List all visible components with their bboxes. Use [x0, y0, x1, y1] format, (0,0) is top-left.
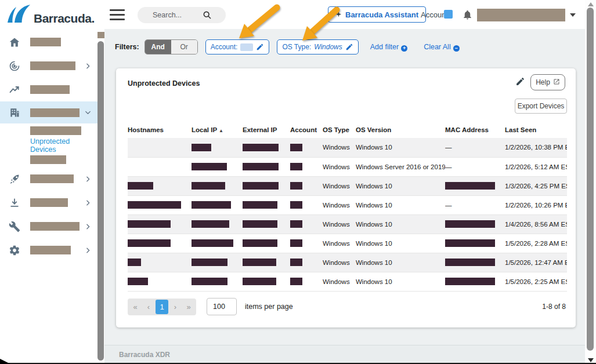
column-header-mac-address[interactable]: MAC Address [445, 122, 505, 138]
cell-mac-address: — [445, 138, 505, 157]
sidebar-item-0[interactable] [0, 30, 97, 54]
previous-page-button[interactable]: ‹ [142, 300, 155, 314]
redacted-cell [192, 182, 225, 190]
scroll-up-arrow-icon[interactable] [588, 2, 594, 6]
column-header-os-type[interactable]: OS Type [323, 122, 356, 138]
cell-local-ip [192, 272, 243, 291]
redacted-cell [445, 239, 495, 247]
redacted-cell [128, 278, 148, 285]
column-header-local-ip[interactable]: Local IP▲ [192, 122, 243, 138]
cell-os-type: Windows [323, 214, 356, 234]
sidebar-item-8[interactable] [0, 191, 97, 214]
sidebar-item-9[interactable] [0, 214, 97, 238]
items-per-page-input[interactable] [207, 298, 237, 315]
table-row: WindowsWindows 101/5/2026, 12:47 AM EST [128, 253, 567, 272]
redacted-cell [445, 182, 495, 190]
page-1-button[interactable]: 1 [156, 300, 168, 314]
redacted-cell [243, 182, 279, 190]
redacted-cell [290, 182, 302, 190]
chevron-right-icon [84, 62, 92, 70]
page-scrollbar[interactable] [585, 0, 596, 364]
last-page-button[interactable]: » [182, 300, 195, 314]
column-header-hostnames[interactable]: Hostnames [128, 122, 192, 138]
account-value-redacted[interactable] [444, 10, 453, 19]
cell-last-seen: 1/4/2026, 8:56 AM EST [505, 214, 567, 234]
add-filter-button[interactable]: Add filter + [370, 43, 407, 52]
first-page-button[interactable]: « [129, 300, 142, 314]
notifications-bell-icon[interactable] [462, 9, 473, 23]
cell-external-ip [243, 195, 290, 214]
redacted-cell [192, 144, 211, 151]
sidebar-item-1[interactable] [0, 54, 97, 78]
external-link-icon [553, 78, 560, 87]
column-header-account[interactable]: Account [290, 122, 323, 138]
search-input[interactable]: Search... [138, 7, 226, 23]
column-label: Local IP [192, 126, 217, 133]
edit-pencil-icon[interactable] [256, 43, 264, 51]
column-label: Hostnames [128, 126, 164, 133]
sidebar-item-7[interactable] [0, 167, 97, 191]
sidebar-sub-item[interactable] [0, 123, 97, 138]
cell-last-seen: 1/2/2026, 5:12 AM EST [505, 157, 567, 176]
help-button[interactable]: Help [530, 74, 565, 90]
edit-pencil-icon[interactable] [515, 77, 525, 89]
sidebar-scrollbar-thumb[interactable] [97, 41, 104, 361]
column-header-os-version[interactable]: OS Version [356, 122, 445, 138]
sidebar-item-3[interactable] [0, 101, 97, 123]
cell-last-seen: 1/3/2026, 4:25 PM EST [505, 176, 567, 195]
chevron-down-icon [84, 109, 92, 117]
chevron-right-icon [84, 246, 92, 254]
cell-account [290, 214, 323, 234]
cell-account [290, 195, 323, 214]
cell-account [290, 176, 323, 195]
cell-last-seen: 1/5/2026, 12:47 AM EST [505, 253, 567, 272]
column-label: Account [290, 126, 317, 133]
cell-external-ip [243, 234, 290, 253]
sidebar-scrollbar[interactable] [97, 29, 104, 364]
redacted-block [97, 32, 104, 38]
cell-os-version: Windows 10 [356, 234, 445, 253]
sidebar-sub-item-unprotected-devices[interactable]: Unprotected Devices [0, 138, 97, 152]
column-header-external-ip[interactable]: External IP [243, 122, 290, 138]
cell-external-ip [243, 176, 290, 195]
next-page-button[interactable]: › [169, 300, 182, 314]
barracuda-assistant-button[interactable]: Barracuda Assistant [328, 6, 426, 23]
and-toggle-button[interactable]: And [145, 40, 171, 54]
filter-chip-label: OS Type: [282, 43, 311, 51]
sidebar-item-2[interactable] [0, 78, 97, 101]
cell-account [290, 272, 323, 291]
cell-hostname [128, 195, 192, 214]
search-icon [203, 10, 212, 22]
edit-pencil-icon[interactable] [345, 43, 353, 51]
clear-all-button[interactable]: Clear All − [424, 43, 460, 52]
page-scrollbar-thumb[interactable] [587, 8, 594, 351]
redacted-cell [243, 201, 277, 209]
redacted-cell [290, 259, 302, 266]
export-devices-button[interactable]: Export Devices [515, 99, 567, 114]
cell-os-version: Windows 10 [356, 214, 445, 234]
menu-icon[interactable] [110, 9, 125, 20]
or-toggle-button[interactable]: Or [171, 40, 197, 54]
column-label: External IP [243, 126, 277, 133]
sidebar-item-10[interactable] [0, 238, 97, 262]
table-row: WindowsWindows Server 2016 or 2019—1/2/2… [128, 157, 567, 176]
cell-mac-address: — [445, 195, 505, 214]
table-row: WindowsWindows 101/5/2026, 2:25 AM EST [128, 272, 567, 291]
redacted-label [30, 126, 81, 135]
redacted-cell [445, 220, 495, 228]
filter-chip-account[interactable]: Account: [205, 39, 270, 54]
filter-chip-value: Windows [314, 43, 342, 51]
filter-chips: Account:OS Type:Windows [198, 39, 359, 54]
search-placeholder: Search... [153, 11, 182, 19]
cell-mac-address: — [445, 157, 505, 176]
user-account-dropdown[interactable] [477, 8, 576, 21]
scroll-down-arrow-icon[interactable] [588, 358, 594, 362]
sidebar-sub-item[interactable] [0, 152, 97, 167]
barracuda-logo: Barracuda. [7, 5, 95, 26]
page-footer: Barracuda XDR [104, 345, 585, 364]
cell-os-type: Windows [323, 138, 356, 157]
column-header-last-seen[interactable]: Last Seen [505, 122, 567, 138]
card-title: Unprotected Devices [128, 79, 200, 88]
filter-chip-ostype[interactable]: OS Type:Windows [277, 39, 358, 54]
column-label: OS Type [323, 126, 349, 133]
